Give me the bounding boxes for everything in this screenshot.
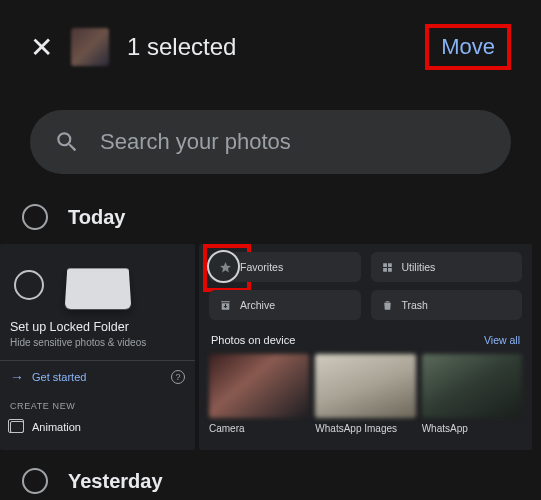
search-bar[interactable]: Search your photos [30, 110, 511, 174]
trash-icon [381, 299, 394, 312]
thumb-select-ring[interactable] [207, 250, 240, 283]
chip-utilities[interactable]: Utilities [371, 252, 523, 282]
section-yesterday: Yesterday [0, 450, 541, 500]
locked-folder-subtitle: Hide sensitive photos & videos [10, 337, 185, 348]
selection-header: ✕ 1 selected Move [0, 0, 541, 80]
locked-folder-title: Set up Locked Folder [10, 320, 185, 334]
close-icon[interactable]: ✕ [30, 31, 53, 64]
get-started-button[interactable]: → Get started [10, 369, 86, 385]
utilities-icon [381, 261, 394, 274]
photos-on-device-label: Photos on device [211, 334, 295, 346]
device-album-whatsapp-images[interactable]: WhatsApp Images [315, 354, 415, 434]
section-today: Today [0, 174, 541, 244]
select-all-yesterday[interactable] [22, 468, 48, 494]
arrow-right-icon: → [10, 369, 24, 385]
archive-icon [219, 299, 232, 312]
view-all-button[interactable]: View all [484, 334, 520, 346]
search-placeholder: Search your photos [100, 129, 291, 155]
select-all-today[interactable] [22, 204, 48, 230]
chip-favorites[interactable]: Favorites [209, 252, 361, 282]
selected-thumbnail[interactable] [71, 28, 109, 66]
thumbnail-locked-folder-card[interactable]: Set up Locked Folder Hide sensitive phot… [0, 244, 195, 450]
animation-button[interactable]: Animation [10, 421, 185, 433]
section-title-yesterday: Yesterday [68, 470, 163, 493]
thumb-select-ring[interactable] [14, 270, 44, 300]
device-album-whatsapp[interactable]: WhatsApp [422, 354, 522, 434]
today-thumbnails: Set up Locked Folder Hide sensitive phot… [0, 244, 541, 450]
search-icon [54, 129, 80, 155]
thumbnail-library-card[interactable]: Favorites Utilities Archive Trash Photos… [199, 244, 532, 450]
chip-archive[interactable]: Archive [209, 290, 361, 320]
help-icon[interactable]: ? [171, 370, 185, 384]
locked-folder-illustration [10, 252, 185, 310]
move-button[interactable]: Move [425, 24, 511, 70]
animation-icon [10, 421, 24, 433]
create-new-label: CREATE NEW [10, 401, 185, 411]
section-title-today: Today [68, 206, 125, 229]
selection-count: 1 selected [127, 33, 407, 61]
device-album-camera[interactable]: Camera [209, 354, 309, 434]
chip-trash[interactable]: Trash [371, 290, 523, 320]
